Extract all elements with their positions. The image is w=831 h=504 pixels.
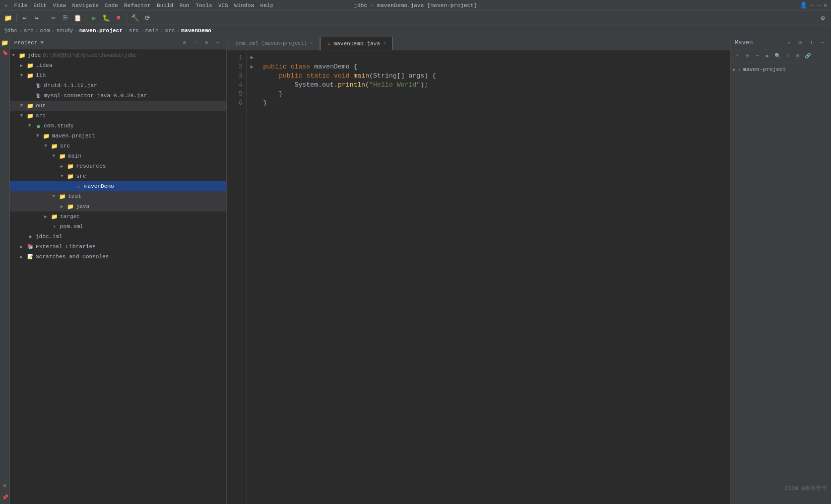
toolbar-folder-icon[interactable]: 📁	[3, 13, 13, 23]
tree-item-scratches[interactable]: ▶ 📝 Scratches and Consoles	[10, 252, 226, 262]
sidebar-project-icon[interactable]: 📁	[1, 38, 10, 47]
tree-item-lib[interactable]: ▼ 📁 lib	[10, 70, 226, 81]
toolbar-redo-icon[interactable]: ↪	[32, 13, 42, 23]
maven-play-icon[interactable]: ▶	[763, 51, 772, 60]
toolbar-debug-icon[interactable]: 🐛	[101, 13, 111, 23]
maven-search-icon[interactable]: 🔍	[773, 51, 782, 60]
project-action-collapse-icon[interactable]: ≡	[191, 38, 200, 47]
project-dropdown-icon[interactable]: ▼	[40, 40, 44, 46]
menu-edit[interactable]: Edit	[33, 3, 46, 9]
tree-item-src2[interactable]: ▼ 📁 src	[10, 141, 226, 151]
toolbar-copy-icon[interactable]: ⎘	[60, 13, 71, 23]
toolbar-build-icon[interactable]: 🔨	[130, 13, 140, 23]
menu-help[interactable]: Help	[260, 3, 273, 9]
tree-item-idea[interactable]: ▶ 📁 .idea	[10, 60, 226, 70]
tree-item-mavendemo[interactable]: ☕ mavenDemo	[10, 181, 226, 191]
test-folder-icon: 📁	[58, 192, 67, 200]
maven-more-icon[interactable]: ⋯	[818, 38, 827, 47]
gutter-run-2[interactable]: ▶	[250, 62, 254, 71]
maven-project-icon: ✦	[737, 66, 741, 73]
menu-navigate[interactable]: Navigate	[72, 3, 99, 9]
menu-refactor[interactable]: Refactor	[124, 3, 151, 9]
maven-check-icon[interactable]: ✓	[785, 38, 794, 47]
title-btn-search[interactable]: ⚙	[823, 2, 827, 9]
menu-view[interactable]: View	[53, 3, 66, 9]
tree-item-druid[interactable]: 🗜 druid-1.1.12.jar	[10, 81, 226, 91]
project-action-gear-icon[interactable]: ⚙	[202, 38, 211, 47]
menu-window[interactable]: Window	[234, 3, 254, 9]
sidebar-structure-icon[interactable]: ⊞	[1, 481, 10, 490]
tree-item-java[interactable]: ▶ 📁 java	[10, 201, 226, 211]
tab-mavendemo-close[interactable]: ×	[383, 41, 386, 46]
menu-build[interactable]: Build	[157, 3, 173, 9]
menu-vcs[interactable]: VCS	[218, 3, 228, 9]
editor-area: pom.xml (maven-project) × ☕ mavenDemo.ja…	[227, 36, 730, 504]
breadcrumb-sep-7: ›	[176, 28, 180, 34]
tree-item-maven-project[interactable]: ▼ 📁 maven-project	[10, 131, 226, 141]
project-header-actions: ⊕ ≡ ⚙ ⋯	[180, 38, 222, 47]
breadcrumb-item-src3[interactable]: src	[165, 28, 175, 34]
project-action-more-icon[interactable]: ⋯	[213, 38, 222, 47]
project-panel-header: Project ▼ ⊕ ≡ ⚙ ⋯	[10, 36, 226, 49]
tree-item-mysql-jar[interactable]: 🗜 mysql-connector-java-8.0.28.jar	[10, 91, 226, 101]
tree-label-idea: .idea	[36, 62, 52, 68]
tree-item-jdbc-iml[interactable]: ◈ jdbc.iml	[10, 232, 226, 242]
maven-add2-icon[interactable]: ⊕	[743, 51, 752, 60]
menu-tools[interactable]: Tools	[196, 3, 212, 9]
tab-pom-xml-label: pom.xml	[235, 41, 259, 47]
title-btn-forward[interactable]: →	[817, 2, 820, 9]
tree-item-jdbc[interactable]: ▼ 📁 jdbc D:\系统默认\桌面\web\JavaWeb\jdbc	[10, 50, 226, 60]
maven-refresh-icon[interactable]: ⟳	[796, 38, 805, 47]
maven-gear-icon[interactable]: ⚙	[793, 51, 802, 60]
tree-item-target[interactable]: ▶ 📁 target	[10, 211, 226, 222]
maven-remove-icon[interactable]: —	[753, 51, 762, 60]
menu-file[interactable]: File	[14, 3, 27, 9]
breadcrumb-sep-6: ›	[160, 28, 164, 34]
tree-item-com-study[interactable]: ▼ ◼ com.study	[10, 121, 226, 131]
gutter: ▶ ▶	[247, 50, 257, 504]
code-area[interactable]: public class mavenDemo { public static v…	[257, 50, 730, 504]
breadcrumb-item-src2[interactable]: src	[129, 28, 139, 34]
tree-item-ext-lib[interactable]: ▶ 📚 External Libraries	[10, 242, 226, 252]
toolbar-settings-icon[interactable]: ⚙	[818, 13, 828, 23]
tree-item-src[interactable]: ▼ 📁 src	[10, 111, 226, 121]
title-btn-user[interactable]: 👤	[800, 2, 807, 9]
maven-download-icon[interactable]: ⬇	[807, 38, 816, 47]
gutter-1: ▶	[250, 53, 253, 62]
out-folder-icon: 📁	[26, 102, 34, 110]
toolbar-paste-icon[interactable]: 📋	[73, 13, 83, 23]
maven-link-icon[interactable]: 🔗	[803, 51, 812, 60]
breadcrumb-item-maven-project[interactable]: maven-project	[79, 28, 122, 34]
toolbar-cut-icon[interactable]: ✂	[48, 13, 58, 23]
toolbar-stop-icon[interactable]: ■	[113, 13, 123, 23]
tab-pom-xml[interactable]: pom.xml (maven-project) ×	[229, 37, 319, 50]
maven-collapse-icon[interactable]: ≡	[783, 51, 792, 60]
toolbar-run-icon[interactable]: ▶	[89, 13, 99, 23]
menu-code[interactable]: Code	[105, 3, 118, 9]
tree-item-src3[interactable]: ▼ 📁 src	[10, 171, 226, 181]
tree-item-out[interactable]: ▼ 📁 out	[10, 101, 226, 111]
project-action-sync-icon[interactable]: ⊕	[180, 38, 189, 47]
toolbar-undo-icon[interactable]: ↩	[20, 13, 30, 23]
maven-add-icon[interactable]: +	[733, 51, 742, 60]
menu-run[interactable]: Run	[179, 3, 189, 9]
sidebar-pin-icon[interactable]: 📌	[1, 493, 10, 502]
java-folder-icon: 📁	[67, 202, 75, 210]
tree-item-pom[interactable]: ✦ pom.xml	[10, 222, 226, 232]
gutter-arrow-1[interactable]: ▶	[250, 53, 253, 62]
tree-item-main[interactable]: ▼ 📁 main	[10, 151, 226, 161]
title-btn-back[interactable]: ←	[810, 2, 814, 9]
tree-item-resources[interactable]: ▶ 📁 resources	[10, 161, 226, 171]
breadcrumb-item-mavendemo[interactable]: mavenDemo	[181, 28, 211, 34]
tab-mavendemo-java[interactable]: ☕ mavenDemo.java ×	[321, 37, 393, 50]
breadcrumb-item-src[interactable]: src	[24, 28, 34, 34]
maven-project-item[interactable]: ▶ ✦ maven-project	[733, 64, 829, 75]
breadcrumb-item-com[interactable]: com	[40, 28, 50, 34]
tab-pom-xml-close[interactable]: ×	[310, 41, 313, 46]
breadcrumb-item-jdbc[interactable]: jdbc	[4, 28, 17, 34]
tree-item-test[interactable]: ▼ 📁 test	[10, 191, 226, 201]
breadcrumb-item-main[interactable]: main	[145, 28, 158, 34]
breadcrumb-item-study[interactable]: study	[56, 28, 73, 34]
sidebar-bookmark-icon[interactable]: 🔖	[1, 48, 10, 57]
toolbar-rebuild-icon[interactable]: ⟳	[142, 13, 152, 23]
